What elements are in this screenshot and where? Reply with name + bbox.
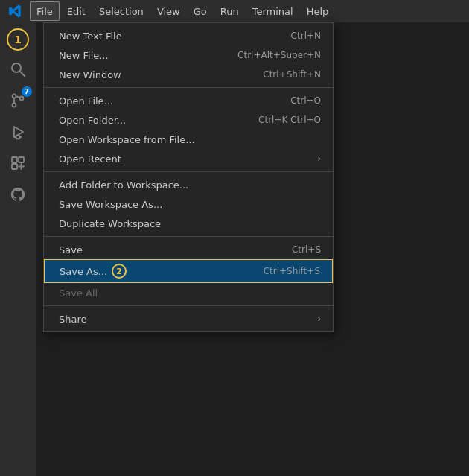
menu-open-recent[interactable]: Open Recent › <box>44 149 333 168</box>
separator-4 <box>44 305 333 306</box>
menu-new-text-file[interactable]: New Text File Ctrl+N <box>44 26 333 45</box>
source-control-icon[interactable]: 7 <box>5 88 31 113</box>
search-icon[interactable] <box>5 57 31 82</box>
menu-help[interactable]: Help <box>301 1 335 21</box>
run-debug-icon[interactable] <box>5 119 31 145</box>
menu-open-folder[interactable]: Open Folder... Ctrl+K Ctrl+O <box>44 110 333 130</box>
menu-share[interactable]: Share › <box>44 309 333 329</box>
menu-go[interactable]: Go <box>188 1 213 21</box>
menu-save-workspace-as[interactable]: Save Workspace As... <box>44 194 333 214</box>
menu-save-as[interactable]: Save As... 2 Ctrl+Shift+S <box>44 259 333 283</box>
extensions-icon[interactable] <box>5 150 31 176</box>
menu-bar: File Edit Selection View Go Run Terminal… <box>0 0 469 22</box>
svg-point-3 <box>13 104 16 107</box>
menu-view[interactable]: View <box>151 1 186 21</box>
menu-terminal[interactable]: Terminal <box>246 1 299 21</box>
explorer-icon[interactable]: 1 <box>7 28 29 51</box>
menu-file[interactable]: File <box>30 1 60 21</box>
separator-2 <box>44 171 333 172</box>
svg-point-2 <box>13 95 16 98</box>
menu-open-workspace[interactable]: Open Workspace from File... <box>44 130 333 149</box>
menu-open-file[interactable]: Open File... Ctrl+O <box>44 91 333 110</box>
source-control-badge: 7 <box>22 86 32 97</box>
svg-rect-11 <box>12 164 17 169</box>
menu-add-folder[interactable]: Add Folder to Workspace... <box>44 175 333 194</box>
svg-point-0 <box>12 63 21 72</box>
menu-selection[interactable]: Selection <box>93 1 150 21</box>
menu-edit[interactable]: Edit <box>61 1 92 21</box>
menu-duplicate-workspace[interactable]: Duplicate Workspace <box>44 214 333 233</box>
separator-3 <box>44 236 333 237</box>
svg-rect-9 <box>12 157 17 162</box>
vscode-logo <box>6 2 24 20</box>
svg-rect-10 <box>19 157 24 162</box>
sidebar: 1 7 <box>0 22 36 476</box>
file-dropdown: New Text File Ctrl+N New File... Ctrl+Al… <box>43 22 334 332</box>
menu-save[interactable]: Save Ctrl+S <box>44 240 333 259</box>
menu-new-window[interactable]: New Window Ctrl+Shift+N <box>44 65 333 84</box>
github-icon[interactable] <box>5 182 31 207</box>
separator-1 <box>44 87 333 88</box>
menu-run[interactable]: Run <box>214 1 245 21</box>
menu-new-file[interactable]: New File... Ctrl+Alt+Super+N <box>44 45 333 65</box>
step-2-circle: 2 <box>112 264 127 279</box>
menu-save-all: Save All <box>44 283 333 302</box>
svg-point-6 <box>16 136 20 139</box>
svg-line-1 <box>20 72 25 76</box>
